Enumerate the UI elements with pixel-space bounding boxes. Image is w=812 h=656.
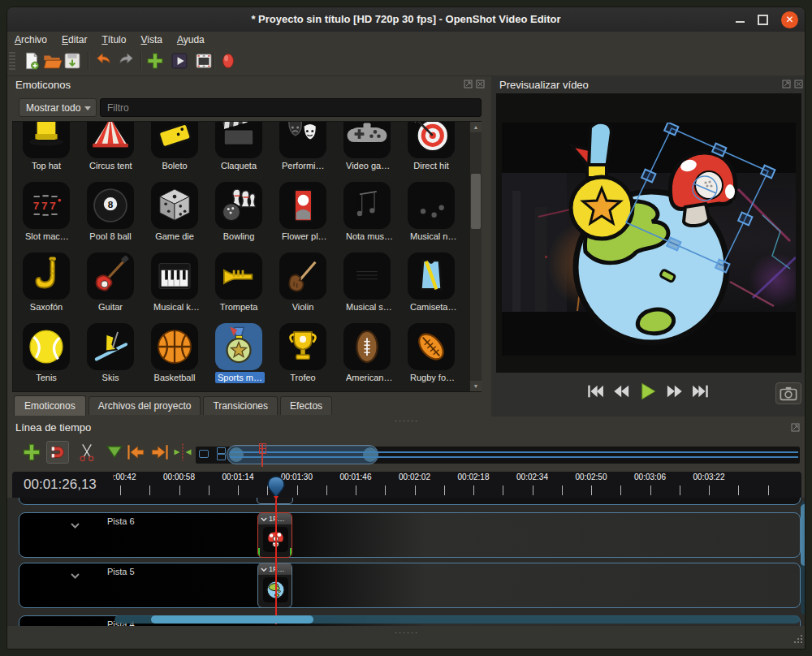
emoji-label: Nota mus…	[343, 231, 391, 241]
emoji-item-bowling[interactable]: Bowling	[215, 182, 262, 241]
slider-visible-range[interactable]	[227, 445, 378, 464]
jump-start-button[interactable]	[585, 381, 607, 400]
play-button[interactable]	[169, 50, 190, 72]
emoji-item-pool-8-ball[interactable]: 8Pool 8 ball	[87, 182, 134, 241]
emoji-item-saxophone[interactable]: Saxofón	[23, 252, 70, 312]
toolbar-drag-handle[interactable]	[9, 52, 15, 71]
emoji-item-musical-note[interactable]: Nota mus…	[343, 182, 391, 241]
timeline-vertical-scrollbar[interactable]	[801, 501, 806, 615]
tab-archivos-del-proyecto[interactable]: Archivos del proyecto	[89, 396, 201, 415]
fast-forward-button[interactable]	[663, 381, 685, 400]
emoji-item-musical-notes[interactable]: Musical n…	[408, 182, 455, 241]
clip-trim-out[interactable]	[290, 548, 292, 558]
play-button[interactable]	[637, 381, 659, 400]
emoji-item-running-shirt[interactable]: Camiseta…	[408, 252, 455, 312]
emoji-item-tennis[interactable]: Tenis	[23, 323, 70, 382]
emoji-item-trumpet[interactable]: Trompeta	[215, 252, 262, 312]
float-panel-icon[interactable]	[791, 421, 800, 429]
previous-marker-button[interactable]	[124, 441, 147, 464]
export-video-button[interactable]	[218, 50, 239, 72]
track-pista-5: Pista 51F…	[19, 563, 801, 608]
tab-emoticonos[interactable]: Emoticonos	[14, 395, 86, 416]
emoji-filter-input[interactable]	[100, 98, 482, 117]
menu-ayuda[interactable]: Ayuda	[170, 32, 212, 47]
close-panel-icon[interactable]	[476, 77, 485, 86]
emoji-item-video-game[interactable]: Video ga…	[343, 121, 391, 170]
import-files-button[interactable]	[145, 50, 166, 72]
float-panel-icon[interactable]	[464, 77, 473, 86]
slider-mini-clip	[217, 447, 226, 454]
jump-end-button[interactable]	[689, 381, 710, 400]
close-button[interactable]: ✕	[781, 11, 798, 28]
emoji-item-rugby-football[interactable]: Rugby fo…	[408, 323, 455, 382]
slider-left-handle[interactable]	[229, 447, 244, 462]
emoji-item-flower-card[interactable]: Flower pl…	[279, 182, 326, 241]
rewind-button[interactable]	[611, 381, 633, 400]
emoji-item-skis[interactable]: Skis	[87, 323, 134, 382]
float-panel-icon[interactable]	[782, 77, 791, 86]
undo-button[interactable]	[93, 50, 114, 72]
save-project-button[interactable]	[62, 50, 83, 72]
new-project-button[interactable]	[21, 50, 42, 72]
splitter-handle[interactable]: ······	[382, 628, 431, 637]
snap-button[interactable]	[46, 441, 69, 464]
titlebar[interactable]: * Proyecto sin título [HD 720p 30 fps] -…	[7, 7, 805, 32]
timeline-ruler[interactable]: 00:01:26,13 00:00:4200:00:5800:01:1400:0…	[12, 472, 801, 498]
center-playhead-button[interactable]	[171, 441, 194, 464]
emoji-filter-dropdown[interactable]: Mostrar todo	[19, 98, 97, 117]
choose-profile-button[interactable]	[193, 50, 214, 72]
emoji-item-american-football[interactable]: American…	[343, 323, 391, 382]
emoji-item-musical-score[interactable]: Musical s…	[343, 252, 391, 312]
emoji-item-violin[interactable]: Violin	[279, 252, 326, 312]
clip-trim-in[interactable]	[257, 548, 260, 558]
emoji-item-clapper[interactable]: Claqueta	[215, 121, 262, 170]
next-marker-button[interactable]	[149, 441, 171, 464]
close-panel-icon[interactable]	[794, 77, 803, 86]
timeline-hscroll-thumb[interactable]	[151, 615, 313, 624]
playhead-line[interactable]	[275, 498, 277, 624]
minimize-button[interactable]	[736, 21, 745, 23]
menu-archivo[interactable]: Archivo	[7, 32, 54, 47]
emoji-item-musical-keyboard[interactable]: Musical k…	[151, 252, 198, 312]
tab-transiciones[interactable]: Transiciones	[203, 396, 278, 415]
emoji-scrollbar[interactable]: ▲ ▼	[470, 122, 482, 391]
redo-button[interactable]	[116, 50, 137, 72]
emoji-item-direct-hit[interactable]: Direct hit	[408, 121, 455, 170]
timeline-zoom-slider[interactable]	[196, 447, 800, 464]
capture-frame-button[interactable]	[775, 382, 801, 404]
emoji-item-ticket[interactable]: Boleto	[151, 121, 198, 170]
tab-efectos[interactable]: Efectos	[280, 396, 332, 415]
emoji-item-circus-tent[interactable]: Circus tent	[87, 121, 134, 170]
razor-button[interactable]	[76, 441, 98, 464]
menu-título[interactable]: Título	[94, 32, 133, 47]
track-collapse-icon[interactable]	[71, 517, 80, 532]
track-collapse-icon[interactable]	[71, 568, 80, 582]
emoji-item-basketball[interactable]: Basketball	[151, 323, 198, 382]
maximize-button[interactable]	[758, 15, 768, 25]
menu-vista[interactable]: Vista	[133, 32, 169, 47]
emoji-scrollbar-thumb[interactable]	[471, 174, 481, 229]
add-track-button[interactable]	[20, 441, 43, 464]
emoji-item-sports-medal[interactable]: Sports m…	[215, 323, 262, 382]
track-name: Pista 5	[107, 567, 135, 576]
resize-grip[interactable]	[793, 632, 803, 647]
emoji-item-game-die[interactable]: Game die	[151, 182, 198, 241]
timeline-vscroll-thumb[interactable]	[801, 504, 806, 566]
scroll-up-icon[interactable]: ▲	[470, 122, 482, 132]
add-marker-button[interactable]	[103, 441, 126, 464]
slider-right-handle[interactable]	[363, 447, 378, 462]
emoji-item-performing-arts[interactable]: Performi…	[279, 121, 326, 170]
menu-editar[interactable]: Editar	[54, 32, 94, 47]
slider-playhead-marker	[259, 448, 266, 454]
scroll-down-icon[interactable]: ▼	[470, 381, 482, 391]
ruler-tick	[620, 486, 621, 495]
open-project-button[interactable]	[41, 50, 63, 72]
emoji-item-trophy[interactable]: Trofeo	[279, 323, 326, 382]
emoji-item-top-hat[interactable]: Top hat	[23, 121, 70, 170]
playhead[interactable]	[267, 476, 285, 503]
track-collapse-icon[interactable]	[71, 620, 80, 626]
emoji-item-slot-machine[interactable]: 777Slot mac…	[23, 182, 70, 241]
timeline-horizontal-scrollbar[interactable]	[114, 615, 800, 624]
emoji-item-guitar[interactable]: Guitar	[87, 252, 134, 312]
splitter-handle[interactable]: ······	[382, 416, 431, 425]
